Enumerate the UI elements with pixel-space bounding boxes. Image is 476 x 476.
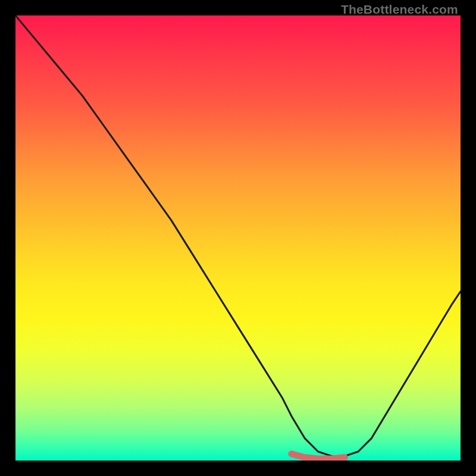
watermark-text: TheBottleneck.com [341, 2, 458, 17]
plot-area [15, 15, 461, 461]
outer-frame: TheBottleneck.com [0, 0, 476, 476]
optimal-zone-marker [292, 454, 345, 459]
bottleneck-curve [15, 15, 461, 456]
curve-layer [15, 15, 461, 461]
